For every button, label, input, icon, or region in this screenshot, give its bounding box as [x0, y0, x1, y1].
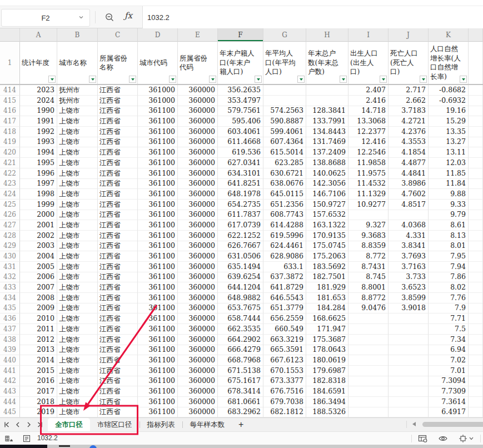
cell-J428[interactable]: 4.331 — [389, 231, 429, 241]
outline-view-icon[interactable] — [22, 434, 31, 443]
cell-empty[interactable] — [469, 241, 483, 251]
cell-G419[interactable]: 607.4364 — [263, 137, 306, 147]
cell-D420[interactable]: 361100 — [138, 147, 178, 158]
cell-F436[interactable]: 658.7444 — [218, 313, 263, 324]
cell-A445[interactable]: 2019 — [20, 407, 57, 417]
cell-H438[interactable]: 175.3687 — [306, 335, 348, 345]
cell-empty[interactable] — [469, 220, 483, 231]
cell-I429[interactable]: 8.8359 — [348, 241, 389, 251]
cell-B415[interactable]: 抚州市 — [57, 96, 98, 106]
cell-D427[interactable]: 361100 — [138, 220, 178, 231]
cell-H430[interactable]: 175.2063 — [306, 251, 348, 262]
cell-I422[interactable]: 11.9575 — [348, 168, 389, 179]
cell-D418[interactable]: 361100 — [138, 127, 178, 137]
cell-A422[interactable]: 1996 — [20, 168, 57, 179]
cell-G417[interactable]: 590.8887 — [263, 116, 306, 127]
cell-K443[interactable]: 7.7309 — [429, 386, 469, 397]
cell-B426[interactable]: 上饶市 — [57, 210, 98, 220]
cell-empty[interactable] — [469, 303, 483, 313]
cell-I425[interactable]: 10.9277 — [348, 200, 389, 210]
cell-D416[interactable]: 361100 — [138, 106, 178, 116]
cell-F431[interactable]: 635.1494 — [218, 262, 263, 272]
row-header-416[interactable]: 416 — [0, 106, 20, 116]
cell-D439[interactable]: 361100 — [138, 345, 178, 355]
cell-J436[interactable] — [389, 313, 429, 324]
cell-empty[interactable] — [469, 85, 483, 96]
cell-E425[interactable]: 360000 — [178, 200, 218, 210]
column-header-partial[interactable] — [469, 28, 483, 42]
grid-corner-cell[interactable] — [0, 28, 20, 42]
cell-B445[interactable]: 上饶市 — [57, 407, 98, 417]
cell-D414[interactable]: 361000 — [138, 85, 178, 96]
cell-D419[interactable]: 361100 — [138, 137, 178, 147]
row-header-438[interactable]: 438 — [0, 335, 20, 345]
cell-K415[interactable]: -0.6932 — [429, 96, 469, 106]
cell-F444[interactable]: 681.0661 — [218, 397, 263, 407]
cell-H414[interactable] — [306, 85, 348, 96]
cell-A435[interactable]: 2009 — [20, 303, 57, 313]
cell-I444[interactable] — [348, 397, 389, 407]
cell-B424[interactable]: 上饶市 — [57, 189, 98, 200]
column-header-F[interactable]: F — [218, 28, 263, 42]
cell-I430[interactable]: 8.772 — [348, 251, 389, 262]
cell-B425[interactable]: 上饶市 — [57, 200, 98, 210]
cell-empty[interactable] — [469, 251, 483, 262]
filter-dropdown-button[interactable] — [48, 76, 56, 83]
cell-D441[interactable]: 361100 — [138, 366, 178, 376]
cell-F421[interactable]: 627.0341 — [218, 158, 263, 168]
cell-A439[interactable]: 2013 — [20, 345, 57, 355]
cell-I438[interactable] — [348, 335, 389, 345]
name-box[interactable]: F2 — [1, 9, 90, 27]
cell-E419[interactable]: 360000 — [178, 137, 218, 147]
cell-B433[interactable]: 上饶市 — [57, 282, 98, 293]
cell-empty[interactable] — [469, 397, 483, 407]
cell-empty[interactable] — [469, 335, 483, 345]
cell-H428[interactable]: 170.9135 — [306, 231, 348, 241]
cell-J424[interactable]: 4.7602 — [389, 189, 429, 200]
cell-A444[interactable]: 2018 — [20, 397, 57, 407]
header-cell-A1[interactable]: 统计年度 — [20, 42, 57, 84]
cell-empty[interactable] — [469, 293, 483, 303]
cell-E414[interactable]: 360000 — [178, 85, 218, 96]
row-header-437[interactable]: 437 — [0, 324, 20, 335]
cell-empty[interactable] — [469, 116, 483, 127]
cell-I423[interactable]: 11.4532 — [348, 178, 389, 189]
cell-B420[interactable]: 上饶市 — [57, 147, 98, 158]
cell-J434[interactable]: 3.8599 — [389, 293, 429, 303]
cell-J418[interactable]: 4.2376 — [389, 127, 429, 137]
cell-I419[interactable]: 12.416 — [348, 137, 389, 147]
column-header-I[interactable]: I — [348, 28, 389, 42]
cell-mode-icon[interactable] — [4, 434, 14, 443]
cell-H444[interactable]: 186.3494 — [306, 397, 348, 407]
header-cell-H1[interactable]: 年末总户 数(年末总 户数) — [306, 42, 348, 84]
cell-empty[interactable] — [469, 231, 483, 241]
cell-B428[interactable]: 上饶市 — [57, 231, 98, 241]
cell-E427[interactable]: 360000 — [178, 220, 218, 231]
cell-H422[interactable]: 140.0625 — [306, 168, 348, 179]
chevron-down-icon[interactable] — [78, 14, 84, 20]
cell-A416[interactable]: 1990 — [20, 106, 57, 116]
row-header-430[interactable]: 430 — [0, 251, 20, 262]
chevron-down-icon[interactable] — [469, 436, 474, 441]
cell-J423[interactable]: 3.8986 — [389, 178, 429, 189]
cell-H445[interactable]: 188.5326 — [306, 407, 348, 417]
cell-J433[interactable]: 3.6523 — [389, 282, 429, 293]
cell-E438[interactable]: 360000 — [178, 335, 218, 345]
cell-C428[interactable]: 江西省 — [98, 231, 138, 241]
cell-G432[interactable]: 637.3872 — [263, 272, 306, 282]
cell-J427[interactable]: 4.0368 — [389, 220, 429, 231]
column-header-G[interactable]: G — [263, 28, 306, 42]
cell-B429[interactable]: 上饶市 — [57, 241, 98, 251]
cell-H424[interactable]: 146.7106 — [306, 189, 348, 200]
cell-G439[interactable]: 665.3591 — [263, 345, 306, 355]
cell-D415[interactable]: 361000 — [138, 96, 178, 106]
header-cell-F1[interactable]: 年末户籍人 口(年末户 籍人口) — [218, 42, 263, 84]
cell-G416[interactable]: 574.2563 — [263, 106, 306, 116]
cell-K444[interactable]: 7.3614 — [429, 397, 469, 407]
cell-G425[interactable]: 651.2356 — [263, 200, 306, 210]
column-header-C[interactable]: C — [98, 28, 138, 42]
cell-C414[interactable]: 江西省 — [98, 85, 138, 96]
cell-C436[interactable]: 江西省 — [98, 313, 138, 324]
cell-A436[interactable]: 2010 — [20, 313, 57, 324]
cell-I439[interactable] — [348, 345, 389, 355]
